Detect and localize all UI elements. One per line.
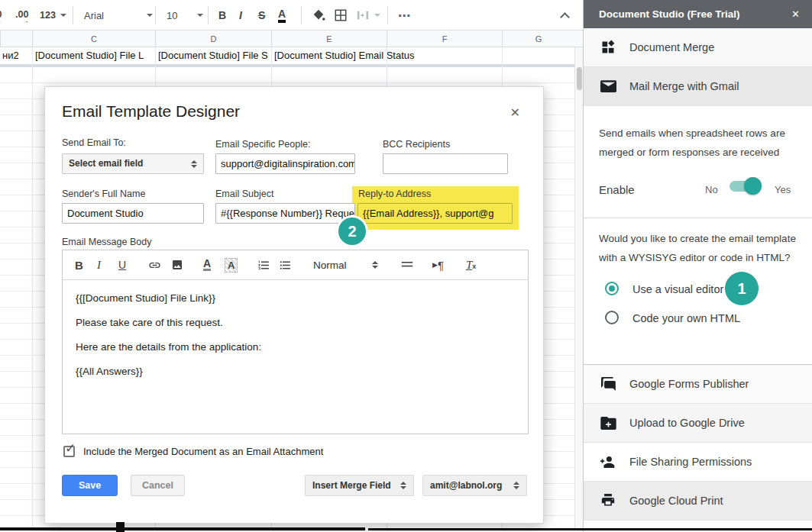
chevron-down-icon [60, 14, 66, 17]
italic-button[interactable]: I [239, 0, 242, 31]
cancel-button[interactable]: Cancel [131, 475, 185, 496]
folder-add-icon [600, 414, 616, 431]
radio-visual-editor[interactable] [605, 282, 619, 295]
cell-d1[interactable]: [Document Studio] File S [155, 47, 271, 64]
sidebar-item-upload-drive[interactable]: Upload to Google Drive [584, 404, 812, 443]
save-button[interactable]: Save [62, 475, 118, 496]
enable-toggle[interactable] [730, 181, 759, 192]
text-direction-icon[interactable]: ▶¶ [432, 250, 444, 279]
chevron-down-icon [374, 14, 380, 17]
attachment-checkbox[interactable]: ✓ [63, 446, 75, 457]
email-subject-label: Email Subject [215, 189, 273, 199]
strikethrough-button[interactable]: S [258, 0, 265, 31]
close-icon[interactable]: ✕ [791, 8, 800, 20]
paragraph-style-select[interactable]: Normal [313, 250, 347, 279]
printer-icon [600, 492, 616, 509]
column-header-partial[interactable] [0, 31, 32, 47]
close-icon[interactable]: ✕ [510, 105, 520, 120]
sidebar-title: Document Studio (Free Trial) [599, 8, 791, 20]
toolbar-divider [155, 6, 156, 24]
attachment-checkbox-row: ✓ Include the Merged Document as an Emai… [63, 446, 323, 457]
decrease-decimal-button[interactable]: .0← [0, 0, 2, 31]
fill-color-icon[interactable] [312, 0, 325, 31]
insert-image-icon[interactable] [171, 250, 183, 279]
body-line: {{All Answers}} [76, 366, 515, 377]
divider [584, 218, 812, 218]
bottom-progress-bar [368, 528, 812, 530]
underline-button[interactable]: U [118, 250, 126, 279]
email-subject-input[interactable]: #{{Response Number}} Reque [215, 203, 355, 224]
merge-cells-icon [356, 0, 380, 31]
chevron-down-icon [197, 14, 203, 17]
clear-formatting-icon[interactable]: Tx [466, 250, 476, 279]
text-color-button[interactable]: A [278, 0, 286, 31]
cell-c1[interactable]: [Document Studio] File L [32, 47, 155, 64]
sender-name-input[interactable]: Document Studio [62, 203, 204, 224]
editor-question: Would you like to create the email templ… [599, 229, 796, 267]
toggle-thumb[interactable] [744, 177, 762, 195]
cell-a1[interactable]: ни2 [0, 47, 32, 64]
highlight-color-icon[interactable]: A [225, 250, 238, 279]
collapse-toolbar-button[interactable] [561, 0, 568, 31]
send-email-to-select[interactable]: Select email field [62, 153, 204, 174]
toggle-on-label: Yes [775, 180, 791, 199]
radio-code-html[interactable] [605, 311, 619, 324]
envelope-icon [600, 78, 616, 95]
body-line: Please take care of this request. [76, 317, 515, 328]
italic-button[interactable]: I [97, 250, 101, 279]
text-color-icon[interactable]: A [203, 250, 211, 279]
link-icon[interactable] [148, 250, 161, 279]
radio-visual-editor-label: Use a visual editor [632, 283, 723, 295]
bold-button[interactable]: B [75, 250, 83, 279]
message-body-label: Email Message Body [62, 237, 151, 247]
column-header-c[interactable]: C [32, 31, 155, 47]
sidebar-item-document-merge[interactable]: Document Merge [584, 28, 812, 67]
editor-toolbar: B I U A A Normal [63, 250, 528, 280]
line-spacing-icon[interactable] [401, 250, 413, 279]
select-spinner-icon [513, 482, 519, 489]
email-template-designer-dialog: Email Template Designer ✕ Send Email To:… [44, 86, 544, 524]
toolbar-divider [208, 6, 209, 24]
bcc-recipients-input[interactable] [383, 153, 508, 174]
email-specific-people-input[interactable]: support@digitalinspiration.com [215, 153, 355, 174]
cell-e1[interactable]: [Document Studio] Email Status [271, 47, 387, 64]
bottom-progress-bar [0, 527, 365, 530]
column-header-g[interactable]: G [502, 31, 574, 47]
select-spinner-icon [400, 482, 406, 489]
sidebar-item-mail-merge[interactable]: Mail Merge with Gmail [584, 67, 812, 106]
chevron-up-icon [560, 12, 570, 22]
style-spinner-icon[interactable] [372, 250, 378, 279]
borders-icon[interactable] [334, 0, 348, 31]
sidebar-item-forms-publisher[interactable]: Google Forms Publisher [584, 365, 812, 404]
font-size-select[interactable]: 10 [167, 0, 203, 31]
message-body[interactable]: {{[Document Studio] File Link}} Please t… [63, 280, 528, 402]
column-header-e[interactable]: E [271, 31, 387, 47]
select-spinner-icon [191, 160, 197, 168]
bulleted-list-icon[interactable] [279, 250, 292, 279]
screen: .0← .00→ 123 Arial 10 B I S A [0, 0, 812, 532]
column-header-f[interactable]: F [387, 31, 502, 47]
body-line: Here are the details from the applicatio… [76, 341, 515, 353]
dialog-title: Email Template Designer [62, 102, 240, 121]
increase-decimal-button[interactable]: .00→ [15, 0, 28, 31]
account-email-select[interactable]: amit@labnol.org [422, 475, 527, 496]
step-2-badge: 2 [336, 215, 368, 247]
spreadsheet-row-1: ни2 [Document Studio] File L [Document S… [0, 47, 583, 64]
sidebar-item-label: Mail Merge with Gmail [629, 80, 739, 92]
sidebar-item-file-sharing[interactable]: File Sharing Permissions [584, 443, 812, 482]
send-email-to-label: Send Email To: [62, 137, 126, 148]
vertical-scrollbar[interactable] [574, 47, 583, 528]
more-toolbar-button[interactable]: ⋯ [398, 0, 410, 31]
insert-merge-field-select[interactable]: Insert Merge Field [305, 475, 414, 496]
numbered-list-icon[interactable] [257, 250, 270, 279]
number-format-menu[interactable]: 123 [40, 0, 66, 31]
column-header-d[interactable]: D [155, 31, 271, 47]
font-family-select[interactable]: Arial [84, 0, 153, 31]
toolbar-divider [301, 6, 302, 24]
sidebar-item-cloud-print[interactable]: Google Cloud Print [584, 482, 812, 521]
bold-button[interactable]: B [218, 0, 226, 31]
replyto-input[interactable]: {{Email Address}}, support@g [357, 203, 513, 224]
sidebar-item-label: Google Cloud Print [629, 495, 723, 507]
scrollbar-thumb[interactable] [577, 67, 582, 90]
replyto-label: Reply-to Address [358, 189, 431, 199]
